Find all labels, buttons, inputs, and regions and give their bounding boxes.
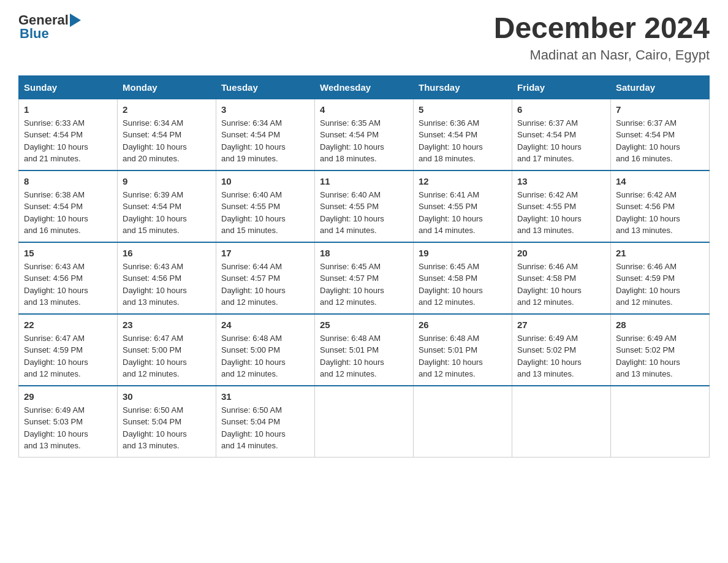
day-info: Sunrise: 6:43 AM Sunset: 4:56 PM Dayligh… [123,261,211,308]
day-info: Sunrise: 6:41 AM Sunset: 4:55 PM Dayligh… [419,189,507,237]
day-info: Sunrise: 6:39 AM Sunset: 4:54 PM Dayligh… [123,189,211,237]
day-number: 28 [616,320,704,330]
day-number: 16 [123,248,211,258]
calendar-day-cell: 21 Sunrise: 6:46 AM Sunset: 4:59 PM Dayl… [611,242,710,314]
calendar-day-cell: 12 Sunrise: 6:41 AM Sunset: 4:55 PM Dayl… [414,170,512,242]
day-number: 13 [517,176,605,186]
day-number: 29 [24,391,112,402]
calendar-day-cell: 29 Sunrise: 6:49 AM Sunset: 5:03 PM Dayl… [19,386,118,458]
calendar-day-cell: 26 Sunrise: 6:48 AM Sunset: 5:01 PM Dayl… [414,314,512,386]
day-info: Sunrise: 6:48 AM Sunset: 5:01 PM Dayligh… [419,332,507,380]
calendar-day-cell [611,386,710,458]
day-info: Sunrise: 6:44 AM Sunset: 4:57 PM Dayligh… [221,261,309,308]
calendar-day-cell [315,386,414,458]
calendar-day-cell: 23 Sunrise: 6:47 AM Sunset: 5:00 PM Dayl… [118,314,216,386]
calendar-day-cell: 17 Sunrise: 6:44 AM Sunset: 4:57 PM Dayl… [216,242,315,314]
day-number: 3 [221,104,309,115]
calendar-day-cell: 2 Sunrise: 6:34 AM Sunset: 4:54 PM Dayli… [118,99,216,170]
day-info: Sunrise: 6:37 AM Sunset: 4:54 PM Dayligh… [517,117,605,165]
calendar-day-cell: 31 Sunrise: 6:50 AM Sunset: 5:04 PM Dayl… [216,386,315,458]
day-info: Sunrise: 6:36 AM Sunset: 4:54 PM Dayligh… [419,117,507,165]
calendar-day-cell: 30 Sunrise: 6:50 AM Sunset: 5:04 PM Dayl… [118,386,216,458]
day-number: 31 [221,391,309,402]
calendar-day-cell: 16 Sunrise: 6:43 AM Sunset: 4:56 PM Dayl… [118,242,216,314]
day-info: Sunrise: 6:48 AM Sunset: 5:01 PM Dayligh… [320,332,408,380]
day-info: Sunrise: 6:43 AM Sunset: 4:56 PM Dayligh… [24,261,112,308]
day-number: 2 [123,104,211,115]
day-number: 5 [419,104,507,115]
calendar-day-cell: 27 Sunrise: 6:49 AM Sunset: 5:02 PM Dayl… [512,314,611,386]
calendar-day-cell: 15 Sunrise: 6:43 AM Sunset: 4:56 PM Dayl… [19,242,118,314]
day-info: Sunrise: 6:33 AM Sunset: 4:54 PM Dayligh… [24,117,112,165]
calendar-day-header: Sunday [19,75,118,99]
calendar-week-row: 29 Sunrise: 6:49 AM Sunset: 5:03 PM Dayl… [19,386,710,458]
day-info: Sunrise: 6:34 AM Sunset: 4:54 PM Dayligh… [123,117,211,165]
calendar-day-header: Friday [512,75,611,99]
calendar-header-row: SundayMondayTuesdayWednesdayThursdayFrid… [19,75,710,99]
day-info: Sunrise: 6:47 AM Sunset: 5:00 PM Dayligh… [123,332,211,380]
day-info: Sunrise: 6:50 AM Sunset: 5:04 PM Dayligh… [221,404,309,452]
calendar-day-cell: 22 Sunrise: 6:47 AM Sunset: 4:59 PM Dayl… [19,314,118,386]
day-info: Sunrise: 6:42 AM Sunset: 4:55 PM Dayligh… [517,189,605,237]
calendar-day-cell: 7 Sunrise: 6:37 AM Sunset: 4:54 PM Dayli… [611,99,710,170]
day-info: Sunrise: 6:34 AM Sunset: 4:54 PM Dayligh… [221,117,309,165]
day-info: Sunrise: 6:37 AM Sunset: 4:54 PM Dayligh… [616,117,704,165]
page-subtitle: Madinat an Nasr, Cairo, Egypt [494,47,710,63]
day-number: 26 [419,320,507,330]
day-number: 11 [320,176,408,186]
calendar-day-cell: 19 Sunrise: 6:45 AM Sunset: 4:58 PM Dayl… [414,242,512,314]
day-info: Sunrise: 6:48 AM Sunset: 5:00 PM Dayligh… [221,332,309,380]
calendar-day-cell: 3 Sunrise: 6:34 AM Sunset: 4:54 PM Dayli… [216,99,315,170]
day-number: 10 [221,176,309,186]
calendar-day-cell: 25 Sunrise: 6:48 AM Sunset: 5:01 PM Dayl… [315,314,414,386]
page-title: December 2024 [494,12,710,45]
day-number: 24 [221,320,309,330]
logo: General Blue [18,12,82,42]
calendar-day-header: Saturday [611,75,710,99]
day-number: 17 [221,248,309,258]
day-number: 27 [517,320,605,330]
day-number: 6 [517,104,605,115]
day-info: Sunrise: 6:45 AM Sunset: 4:57 PM Dayligh… [320,261,408,308]
day-number: 7 [616,104,704,115]
title-section: December 2024 Madinat an Nasr, Cairo, Eg… [494,12,710,63]
day-number: 9 [123,176,211,186]
day-number: 1 [24,104,112,115]
page-header: General Blue December 2024 Madinat an Na… [18,12,710,63]
day-number: 21 [616,248,704,258]
calendar-day-cell: 24 Sunrise: 6:48 AM Sunset: 5:00 PM Dayl… [216,314,315,386]
calendar-day-header: Monday [118,75,216,99]
calendar-day-header: Thursday [414,75,512,99]
calendar-table: SundayMondayTuesdayWednesdayThursdayFrid… [18,75,710,458]
calendar-week-row: 8 Sunrise: 6:38 AM Sunset: 4:54 PM Dayli… [19,170,710,242]
calendar-day-cell: 1 Sunrise: 6:33 AM Sunset: 4:54 PM Dayli… [19,99,118,170]
calendar-day-cell: 11 Sunrise: 6:40 AM Sunset: 4:55 PM Dayl… [315,170,414,242]
day-info: Sunrise: 6:50 AM Sunset: 5:04 PM Dayligh… [123,404,211,452]
calendar-day-cell: 9 Sunrise: 6:39 AM Sunset: 4:54 PM Dayli… [118,170,216,242]
day-number: 4 [320,104,408,115]
day-info: Sunrise: 6:38 AM Sunset: 4:54 PM Dayligh… [24,189,112,237]
calendar-day-cell: 8 Sunrise: 6:38 AM Sunset: 4:54 PM Dayli… [19,170,118,242]
day-info: Sunrise: 6:49 AM Sunset: 5:03 PM Dayligh… [24,404,112,452]
logo-blue-text: Blue [18,26,49,42]
calendar-day-header: Wednesday [315,75,414,99]
calendar-day-cell: 18 Sunrise: 6:45 AM Sunset: 4:57 PM Dayl… [315,242,414,314]
day-number: 30 [123,391,211,402]
day-number: 20 [517,248,605,258]
day-info: Sunrise: 6:49 AM Sunset: 5:02 PM Dayligh… [616,332,704,380]
calendar-day-cell: 28 Sunrise: 6:49 AM Sunset: 5:02 PM Dayl… [611,314,710,386]
day-number: 19 [419,248,507,258]
day-info: Sunrise: 6:47 AM Sunset: 4:59 PM Dayligh… [24,332,112,380]
day-number: 25 [320,320,408,330]
logo-arrow-icon [70,13,81,27]
calendar-day-cell: 6 Sunrise: 6:37 AM Sunset: 4:54 PM Dayli… [512,99,611,170]
day-number: 12 [419,176,507,186]
calendar-week-row: 15 Sunrise: 6:43 AM Sunset: 4:56 PM Dayl… [19,242,710,314]
day-info: Sunrise: 6:46 AM Sunset: 4:58 PM Dayligh… [517,261,605,308]
calendar-day-cell: 14 Sunrise: 6:42 AM Sunset: 4:56 PM Dayl… [611,170,710,242]
calendar-day-cell: 4 Sunrise: 6:35 AM Sunset: 4:54 PM Dayli… [315,99,414,170]
day-info: Sunrise: 6:40 AM Sunset: 4:55 PM Dayligh… [320,189,408,237]
calendar-week-row: 22 Sunrise: 6:47 AM Sunset: 4:59 PM Dayl… [19,314,710,386]
calendar-day-header: Tuesday [216,75,315,99]
calendar-day-cell [414,386,512,458]
